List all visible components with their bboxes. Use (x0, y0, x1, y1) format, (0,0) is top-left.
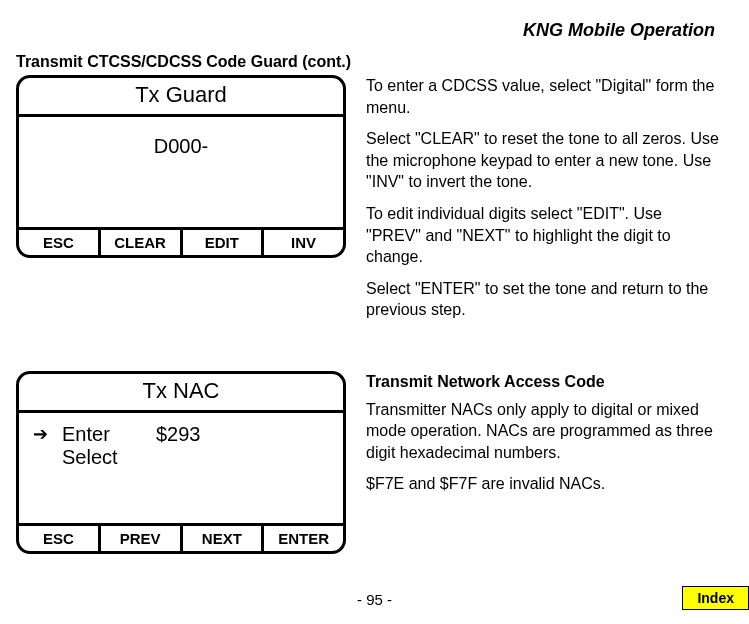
device2-line1-value: $293 (156, 423, 201, 446)
device2-line1-label: Enter (62, 423, 142, 446)
tx-guard-device: Tx Guard D000- ESC CLEAR EDIT INV (16, 75, 346, 258)
tx-nac-device: Tx NAC ➔ Enter $293 ➔ Select ESC PREV NE… (16, 371, 346, 554)
s1-p4: Select "ENTER" to set the tone and retur… (366, 278, 721, 321)
device1-title: Tx Guard (19, 78, 343, 117)
section1-title: Transmit CTCSS/CDCSS Code Guard (cont.) (16, 53, 721, 71)
section2-text: Transmit Network Access Code Transmitter… (366, 371, 721, 505)
index-tab[interactable]: Index (682, 586, 749, 610)
device1-softkeys: ESC CLEAR EDIT INV (19, 227, 343, 255)
chapter-title: KNG Mobile Operation (16, 20, 721, 41)
device2-softkeys: ESC PREV NEXT ENTER (19, 523, 343, 551)
section1-row: Tx Guard D000- ESC CLEAR EDIT INV To ent… (16, 75, 721, 331)
arrow-right-icon: ➔ (33, 423, 48, 445)
section1-text: To enter a CDCSS value, select "Digital"… (366, 75, 721, 331)
s2-p2: $F7E and $F7F are invalid NACs. (366, 473, 721, 495)
softkey2-prev[interactable]: PREV (101, 526, 183, 551)
s2-p1: Transmitter NACs only apply to digital o… (366, 399, 721, 464)
s1-p2: Select "CLEAR" to reset the tone to all … (366, 128, 721, 193)
s1-p3: To edit individual digits select "EDIT".… (366, 203, 721, 268)
softkey2-next[interactable]: NEXT (183, 526, 265, 551)
device2-title: Tx NAC (19, 374, 343, 413)
device2-line2-label: Select (62, 446, 142, 469)
softkey-esc[interactable]: ESC (19, 230, 101, 255)
softkey2-enter[interactable]: ENTER (264, 526, 343, 551)
section2-row: Tx NAC ➔ Enter $293 ➔ Select ESC PREV NE… (16, 371, 721, 554)
softkey-inv[interactable]: INV (264, 230, 343, 255)
device1-body: D000- (19, 117, 343, 227)
softkey-edit[interactable]: EDIT (183, 230, 265, 255)
softkey-clear[interactable]: CLEAR (101, 230, 183, 255)
device1-value: D000- (154, 135, 208, 157)
s1-p1: To enter a CDCSS value, select "Digital"… (366, 75, 721, 118)
page-footer: - 95 - (0, 591, 749, 608)
section2-heading: Transmit Network Access Code (366, 371, 721, 393)
softkey2-esc[interactable]: ESC (19, 526, 101, 551)
device2-body: ➔ Enter $293 ➔ Select (19, 413, 343, 523)
